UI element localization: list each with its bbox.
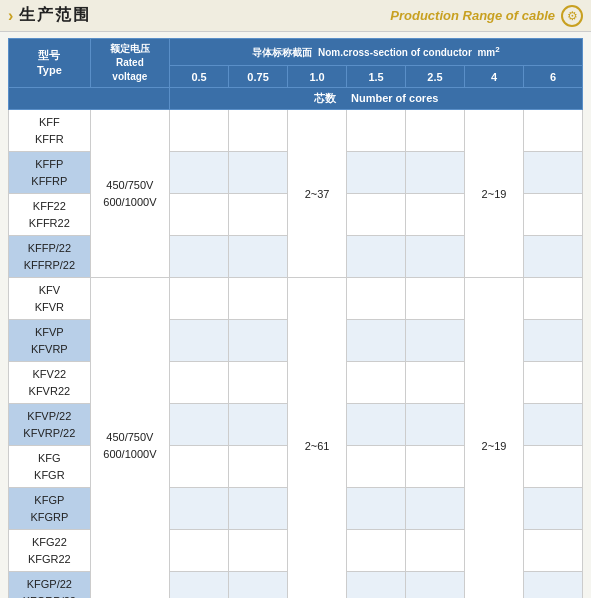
data-15 (347, 530, 406, 572)
data-075 (229, 572, 288, 599)
data-6 (523, 488, 582, 530)
table-container: 型号 Type 额定电压 Rated voltage 导体标称截面 Nom.cr… (0, 32, 591, 598)
data-075 (229, 194, 288, 236)
cores-header: 芯数 Number of cores (170, 88, 583, 110)
data-075 (229, 530, 288, 572)
type-cell: KFGKFGR (9, 446, 91, 488)
data-25 (406, 572, 465, 599)
data-15 (347, 236, 406, 278)
col-25-header: 2.5 (406, 66, 465, 88)
voltage-cell-group2: 450/750V600/1000V (90, 278, 169, 599)
data-4-group2: 2~19 (465, 278, 524, 599)
table-row: KFFKFFR 450/750V600/1000V 2~37 2~19 (9, 110, 583, 152)
data-075 (229, 110, 288, 152)
data-05 (170, 278, 229, 320)
header-bar: › 生产范围 Production Range of cable ⚙ (0, 0, 591, 32)
voltage-cell-group1: 450/750V600/1000V (90, 110, 169, 278)
data-075 (229, 320, 288, 362)
data-6 (523, 152, 582, 194)
data-05 (170, 320, 229, 362)
data-4-group1: 2~19 (465, 110, 524, 278)
data-6 (523, 236, 582, 278)
data-05 (170, 362, 229, 404)
header-right: Production Range of cable ⚙ (390, 5, 583, 27)
type-cell: KFVKFVR (9, 278, 91, 320)
data-05 (170, 530, 229, 572)
col-type-header: 型号 Type (9, 39, 91, 88)
type-cell: KFF22KFFR22 (9, 194, 91, 236)
col-4-header: 4 (465, 66, 524, 88)
data-15 (347, 446, 406, 488)
header-left: › 生产范围 (8, 5, 91, 26)
type-cell: KFFPKFFRP (9, 152, 91, 194)
data-075 (229, 152, 288, 194)
data-05 (170, 152, 229, 194)
data-25 (406, 236, 465, 278)
data-10-group1: 2~37 (288, 110, 347, 278)
data-075 (229, 278, 288, 320)
data-25 (406, 194, 465, 236)
data-075 (229, 446, 288, 488)
data-05 (170, 236, 229, 278)
data-15 (347, 404, 406, 446)
arrow-icon: › (8, 7, 13, 25)
data-15 (347, 110, 406, 152)
data-05 (170, 446, 229, 488)
data-25 (406, 320, 465, 362)
data-25 (406, 278, 465, 320)
data-25 (406, 446, 465, 488)
data-15 (347, 488, 406, 530)
data-05 (170, 488, 229, 530)
data-25 (406, 152, 465, 194)
data-25 (406, 404, 465, 446)
data-15 (347, 194, 406, 236)
col-15-header: 1.5 (347, 66, 406, 88)
data-25 (406, 488, 465, 530)
data-6 (523, 530, 582, 572)
col-05-header: 0.5 (170, 66, 229, 88)
data-075 (229, 404, 288, 446)
type-cell: KFVPKFVRP (9, 320, 91, 362)
data-6 (523, 446, 582, 488)
data-25 (406, 530, 465, 572)
production-range-table: 型号 Type 额定电压 Rated voltage 导体标称截面 Nom.cr… (8, 38, 583, 598)
page-wrapper: › 生产范围 Production Range of cable ⚙ 型号 Ty… (0, 0, 591, 598)
type-cell: KFVP/22KFVRP/22 (9, 404, 91, 446)
data-6 (523, 110, 582, 152)
data-15 (347, 320, 406, 362)
data-6 (523, 404, 582, 446)
section-area-header: 导体标称截面 Nom.cross-section of conductor mm… (170, 39, 583, 66)
data-05 (170, 572, 229, 599)
data-10-group2: 2~61 (288, 278, 347, 599)
data-05 (170, 404, 229, 446)
data-25 (406, 110, 465, 152)
type-cell: KFGP/22KFGRP/22 (9, 572, 91, 599)
data-075 (229, 488, 288, 530)
data-6 (523, 572, 582, 599)
data-25 (406, 362, 465, 404)
data-15 (347, 278, 406, 320)
page-title-en: Production Range of cable (390, 8, 555, 23)
data-6 (523, 278, 582, 320)
data-05 (170, 194, 229, 236)
data-6 (523, 320, 582, 362)
type-cell: KFG22KFGR22 (9, 530, 91, 572)
data-6 (523, 362, 582, 404)
page-title-cn: 生产范围 (19, 5, 91, 26)
settings-icon: ⚙ (561, 5, 583, 27)
data-15 (347, 572, 406, 599)
type-cell: KFV22KFVR22 (9, 362, 91, 404)
type-cell: KFFKFFR (9, 110, 91, 152)
data-15 (347, 152, 406, 194)
type-cell: KFGPKFGRP (9, 488, 91, 530)
col-10-header: 1.0 (288, 66, 347, 88)
data-05 (170, 110, 229, 152)
col-6-header: 6 (523, 66, 582, 88)
data-6 (523, 194, 582, 236)
type-cell: KFFP/22KFFRP/22 (9, 236, 91, 278)
data-075 (229, 236, 288, 278)
col-voltage-header: 额定电压 Rated voltage (90, 39, 169, 88)
table-row: KFVKFVR 450/750V600/1000V 2~61 2~19 (9, 278, 583, 320)
col-075-header: 0.75 (229, 66, 288, 88)
data-075 (229, 362, 288, 404)
